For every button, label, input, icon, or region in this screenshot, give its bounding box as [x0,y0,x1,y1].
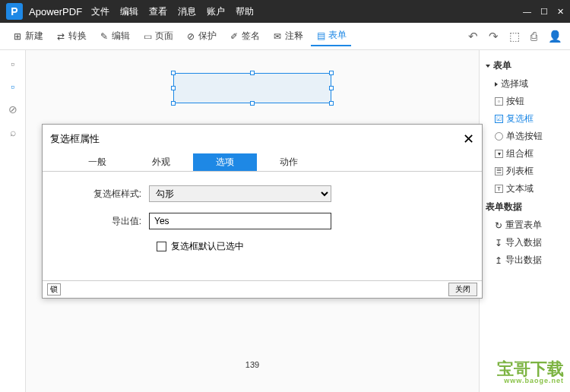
export-input[interactable] [149,213,331,229]
tool-new[interactable]: ⊞新建 [8,27,48,46]
panel-item-combobox[interactable]: ▾组合框 [484,145,565,163]
panel-item-label: 按钮 [506,95,524,108]
menu-message[interactable]: 消息 [178,5,196,18]
close-button[interactable]: ✕ [557,7,564,17]
lock-indicator[interactable]: 锁 [47,283,61,296]
tool-convert-label: 转换 [68,30,87,43]
resize-handle[interactable] [329,86,334,90]
checkbox-icon: ☑ [495,115,503,123]
watermark: 宝哥下载 www.baoge.net [497,361,564,384]
panel-item-label: 导入数据 [505,236,542,249]
textfield-icon: T [495,185,503,193]
right-panel: 表单 选择域 ▫按钮 ☑复选框 单选按钮 ▾组合框 ☰列表框 T文本域 表单数据… [479,50,570,392]
listbox-icon: ☰ [495,167,503,175]
resize-handle[interactable] [329,101,334,106]
tool-page[interactable]: ▭页面 [138,27,178,46]
plus-icon: ⊞ [12,31,23,42]
menu-help[interactable]: 帮助 [236,5,254,18]
dialog-titlebar[interactable]: 复选框属性 ✕ [43,125,482,153]
panel-item-label: 文本域 [506,182,534,195]
combobox-icon: ▾ [495,150,503,158]
dialog-body: 复选框样式: 勾形 导出值: 复选框默认已选中 [43,172,482,267]
resize-handle[interactable] [250,71,255,75]
menu-edit[interactable]: 编辑 [120,5,138,18]
tool-protect[interactable]: ⊘保护 [181,27,221,46]
tool-protect-label: 保护 [198,30,217,43]
undo-button[interactable]: ↶ [468,30,478,43]
export-icon: ↥ [495,255,502,266]
rail-attach-icon[interactable]: ⊘ [8,103,17,115]
panel-item-button[interactable]: ▫按钮 [484,93,565,110]
resize-handle[interactable] [171,101,176,106]
resize-handle[interactable] [329,71,334,75]
dialog-close-button[interactable]: ✕ [463,131,474,147]
tool-form[interactable]: ▤表单 [311,26,351,46]
resize-handle[interactable] [171,71,176,75]
resize-handle[interactable] [250,101,255,106]
panel-item-label: 导出数据 [505,254,542,267]
radio-icon [495,132,503,141]
menu-account[interactable]: 账户 [207,5,225,18]
panel-item-textfield[interactable]: T文本域 [484,180,565,198]
tab-appearance[interactable]: 外观 [129,153,193,171]
default-checked-row: 复选框默认已选中 [157,240,459,253]
panel-section-form: 表单 [486,59,565,72]
titlebar: P ApowerPDF 文件 编辑 查看 消息 账户 帮助 — ☐ ✕ [0,0,570,23]
tab-general[interactable]: 一般 [65,153,129,171]
form-field-selected[interactable] [173,73,331,103]
save-button[interactable]: ⬚ [509,30,520,43]
panel-item-listbox[interactable]: ☰列表框 [484,163,565,180]
tool-annotate-label: 注释 [285,30,303,43]
panel-item-select-field[interactable]: 选择域 [484,75,565,93]
pen-icon: ✐ [229,31,239,42]
menu-file[interactable]: 文件 [91,5,109,18]
tool-form-label: 表单 [328,29,347,42]
tab-actions[interactable]: 动作 [257,153,321,171]
tool-annotate[interactable]: ✉注释 [268,27,308,46]
panel-section-data: 表单数据 [486,201,565,213]
panel-item-reset[interactable]: ↻重置表单 [484,217,565,234]
app-title: ApowerPDF [29,6,82,17]
shield-icon: ⊘ [185,31,196,42]
panel-item-label: 选择域 [501,77,528,90]
section-title-label: 表单 [493,59,511,72]
rail-page-icon[interactable]: ▫ [11,58,14,70]
resize-handle[interactable] [171,86,176,90]
rail-search-icon[interactable]: ⌕ [10,126,16,138]
dialog-tabs: 一般 外观 选项 动作 [43,153,482,172]
panel-item-import[interactable]: ↧导入数据 [484,234,565,251]
tool-convert[interactable]: ⇄转换 [51,27,91,46]
dialog-close-footer-button[interactable]: 关闭 [448,283,477,296]
panel-item-radio[interactable]: 单选按钮 [484,128,565,145]
rail-bookmark-icon[interactable]: ▫ [11,81,14,93]
panel-item-export[interactable]: ↥导出数据 [484,251,565,269]
redo-button[interactable]: ↷ [489,30,499,43]
left-rail: ▫ ▫ ⊘ ⌕ [0,50,26,392]
toolbar-right: ↶ ↷ ⬚ ⎙ 👤 [468,30,562,43]
tool-sign[interactable]: ✐签名 [224,27,264,46]
panel-item-label: 复选框 [506,112,534,125]
menu-view[interactable]: 查看 [149,5,167,18]
tool-sign-label: 签名 [242,30,260,43]
tool-page-label: 页面 [155,30,173,43]
user-button[interactable]: 👤 [548,30,562,43]
panel-item-checkbox[interactable]: ☑复选框 [484,110,565,128]
import-icon: ↧ [495,238,502,248]
tool-edit[interactable]: ✎编辑 [94,27,135,46]
maximize-button[interactable]: ☐ [540,7,548,17]
style-row: 复选框样式: 勾形 [65,185,459,202]
tab-options[interactable]: 选项 [193,153,257,171]
print-button[interactable]: ⎙ [530,30,537,43]
minimize-button[interactable]: — [523,7,531,17]
style-select[interactable]: 勾形 [149,185,331,202]
comment-icon: ✉ [272,31,283,42]
section-title-label: 表单数据 [486,201,522,213]
panel-item-label: 列表框 [506,165,534,178]
default-checked-checkbox[interactable] [157,242,166,251]
app-logo: P [6,3,23,20]
watermark-main: 宝哥下载 [497,361,564,378]
toolbar: ⊞新建 ⇄转换 ✎编辑 ▭页面 ⊘保护 ✐签名 ✉注释 ▤表单 ↶ ↷ ⬚ ⎙ … [0,23,570,50]
page-number: 139 [245,360,259,369]
form-icon: ▤ [315,30,326,41]
button-icon: ▫ [495,97,503,106]
